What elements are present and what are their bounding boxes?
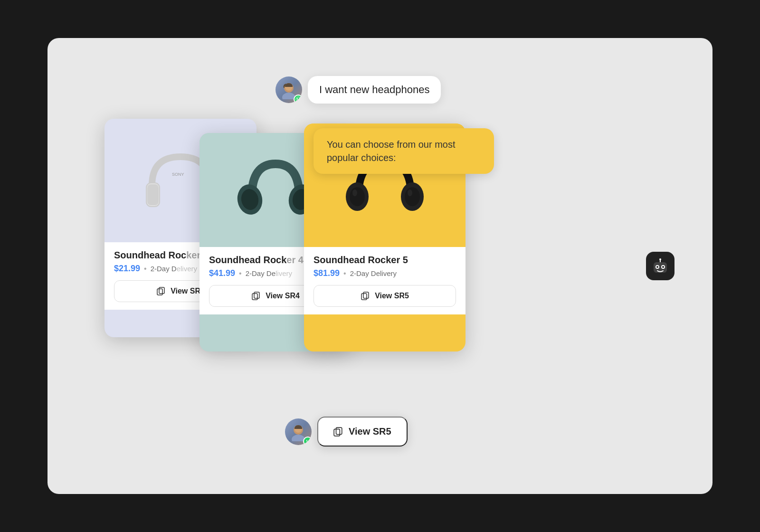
- svg-point-32: [656, 266, 658, 268]
- svg-rect-22: [361, 294, 367, 300]
- bot-response-bubble: You can choose from our most popular cho…: [314, 128, 494, 174]
- svg-point-33: [662, 266, 664, 268]
- svg-text:SONY: SONY: [172, 172, 184, 177]
- user-avatar: [276, 76, 302, 103]
- card-3-btn-icon: [361, 291, 370, 301]
- card-2-btn-label: View SR4: [266, 292, 300, 300]
- main-scene: I want new headphones You can choose fro…: [48, 38, 712, 494]
- svg-rect-8: [157, 289, 162, 295]
- card-1-delivery: 2-Day Delivery: [151, 265, 197, 273]
- card-3-btn-label: View SR5: [375, 292, 409, 300]
- card-2-delivery: 2-Day Delivery: [246, 269, 292, 277]
- bottom-action-row: View SR5: [285, 417, 408, 446]
- card-3-price-row: $81.99 • 2-Day Delivery: [314, 268, 456, 278]
- svg-point-35: [659, 258, 661, 260]
- card-1-price: $21.99: [114, 264, 140, 274]
- card-3-delivery: 2-Day Delivery: [350, 269, 397, 277]
- svg-point-17: [350, 187, 365, 206]
- bottom-view-sr5-button[interactable]: View SR5: [317, 417, 408, 446]
- svg-rect-15: [254, 292, 259, 298]
- card-1-btn-icon: [156, 286, 166, 296]
- svg-rect-9: [159, 287, 164, 294]
- svg-point-20: [352, 190, 357, 196]
- bot-icon: [646, 252, 674, 280]
- card-3-view-button[interactable]: View SR5: [314, 285, 456, 307]
- svg-rect-23: [363, 292, 369, 298]
- card-3-price: $81.99: [314, 268, 340, 278]
- card-2-price: $41.99: [209, 268, 235, 278]
- bottom-btn-label: View SR5: [349, 426, 391, 437]
- user-message-row: I want new headphones: [276, 76, 441, 104]
- user-message-bubble: I want new headphones: [308, 76, 441, 104]
- card-3-title: Soundhead Rocker 5: [314, 255, 456, 266]
- svg-rect-5: [147, 184, 159, 205]
- svg-point-19: [405, 187, 420, 206]
- bottom-btn-icon: [333, 427, 343, 437]
- bottom-whatsapp-badge: [303, 437, 312, 445]
- whatsapp-badge: [294, 95, 302, 103]
- svg-point-21: [408, 190, 412, 196]
- svg-rect-14: [252, 294, 257, 300]
- svg-rect-28: [336, 428, 342, 434]
- svg-rect-27: [334, 429, 340, 436]
- bottom-user-avatar: [285, 418, 312, 445]
- card-2-btn-icon: [251, 291, 261, 301]
- card-3-body: Soundhead Rocker 5 $81.99 • 2-Day Delive…: [304, 247, 466, 314]
